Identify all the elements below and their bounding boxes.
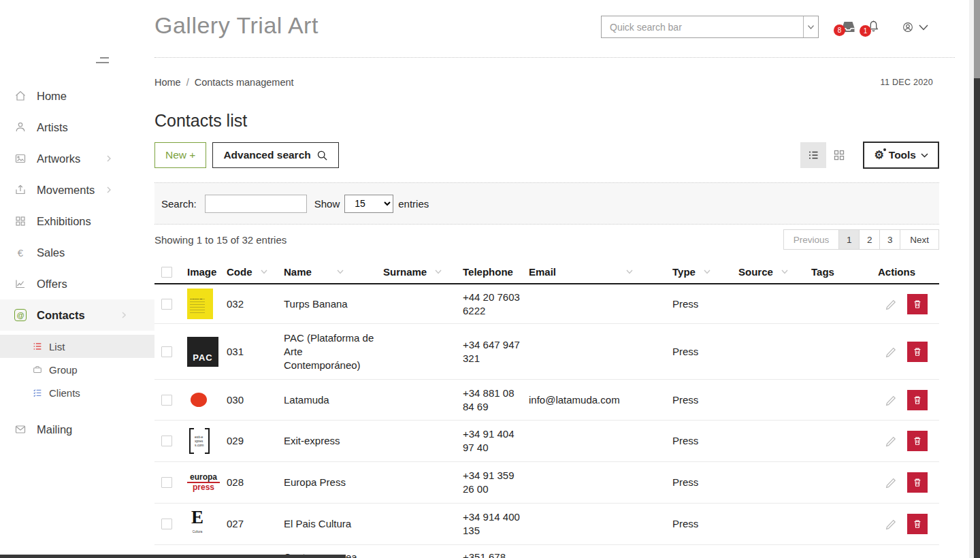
select-all-checkbox[interactable]: [161, 267, 172, 278]
row-checkbox[interactable]: [161, 519, 172, 529]
row-checkbox[interactable]: [161, 395, 172, 406]
show-label: Show: [314, 198, 340, 210]
breadcrumb-row: Home / Contacts management 11 DEC 2020: [154, 76, 980, 89]
sidebar-item-mailing[interactable]: Mailing: [0, 414, 154, 445]
app-title: Gallery Trial Art: [154, 12, 318, 39]
delete-button[interactable]: [907, 431, 928, 451]
list-view-toggle[interactable]: [800, 142, 826, 168]
cell-surname: [376, 284, 456, 323]
user-account-icon[interactable]: [902, 21, 914, 33]
sidebar-item-contacts[interactable]: @ Contacts: [0, 299, 154, 331]
submenu-item-label: Group: [49, 364, 78, 376]
cell-surname: [376, 324, 456, 379]
user-menu-chevron-icon[interactable]: [919, 24, 928, 31]
sidebar-item-label: Contacts: [37, 309, 85, 322]
column-code[interactable]: Code: [220, 266, 277, 278]
column-email[interactable]: Email: [522, 266, 666, 278]
pagination: Previous 1 2 3 Next: [783, 229, 939, 250]
row-checkbox[interactable]: [161, 299, 172, 310]
edit-pencil-icon[interactable]: [885, 435, 897, 447]
cell-tags: [804, 462, 871, 503]
breadcrumb-home-link[interactable]: Home: [154, 77, 181, 88]
search-icon: [316, 150, 328, 161]
edit-pencil-icon[interactable]: [885, 476, 897, 489]
sidebar-item-label: Artists: [37, 121, 68, 134]
column-name[interactable]: Name: [277, 266, 376, 278]
pagination-next[interactable]: Next: [900, 229, 939, 250]
column-type[interactable]: Type: [666, 266, 732, 278]
cell-telephone: +34 881 08 84 69: [456, 380, 522, 420]
sidebar-item-artists[interactable]: Artists: [0, 112, 154, 143]
delete-button[interactable]: [907, 472, 928, 493]
pagination-page-3[interactable]: 3: [879, 229, 900, 250]
sidebar-item-sales[interactable]: € Sales: [0, 237, 154, 268]
edit-pencil-icon[interactable]: [885, 394, 897, 406]
delete-button[interactable]: [907, 342, 928, 362]
submenu-item-label: List: [49, 341, 65, 352]
sort-chevron-icon: [704, 269, 710, 274]
grid-view-toggle[interactable]: [826, 142, 852, 168]
pagination-page-2[interactable]: 2: [859, 229, 880, 250]
list-view-icon: [806, 148, 820, 162]
tools-button[interactable]: ⚙ Tools: [863, 142, 939, 169]
entries-label: entries: [398, 198, 429, 210]
sidebar-collapse-icon[interactable]: [96, 57, 109, 63]
horizontal-scrollbar-thumb[interactable]: [0, 555, 346, 558]
contacts-at-icon: @: [14, 309, 27, 321]
submenu-item-group[interactable]: Group: [0, 358, 154, 381]
advanced-search-button[interactable]: Advanced search: [212, 142, 338, 168]
row-checkbox[interactable]: [161, 477, 172, 488]
delete-button[interactable]: [907, 390, 928, 410]
vertical-scrollbar[interactable]: [969, 0, 980, 558]
notifications-bell-icon[interactable]: 1: [866, 18, 881, 34]
sort-chevron-icon: [626, 269, 633, 274]
cell-tags: [804, 421, 871, 461]
column-surname[interactable]: Surname: [376, 266, 456, 278]
edit-pencil-icon[interactable]: [885, 298, 897, 310]
sidebar-item-label: Exhibitions: [37, 215, 91, 228]
row-checkbox[interactable]: [161, 436, 172, 446]
sidebar-item-offers[interactable]: Offers: [0, 268, 154, 299]
cell-type: Press: [666, 324, 732, 379]
cell-email: [522, 421, 666, 461]
edit-pencil-icon[interactable]: [885, 346, 897, 358]
cell-email: info@latamuda.com: [522, 380, 666, 420]
table-search-input[interactable]: [205, 195, 307, 213]
row-checkbox[interactable]: [161, 346, 172, 357]
sidebar-item-exhibitions[interactable]: Exhibitions: [0, 206, 154, 237]
quick-search-caret[interactable]: [803, 16, 818, 37]
pagination-page-1[interactable]: 1: [838, 229, 860, 250]
sidebar-item-artworks[interactable]: Artworks: [0, 143, 154, 174]
edit-pencil-icon[interactable]: [885, 518, 897, 530]
contact-logo-latamuda: [191, 393, 207, 407]
delete-button[interactable]: [907, 514, 928, 534]
table-row: E Cultura 027 El Pais Cultura +34 914 40…: [154, 504, 939, 545]
sort-chevron-icon: [261, 269, 267, 274]
cell-surname: [376, 545, 456, 558]
cell-surname: [376, 504, 456, 544]
sidebar-item-home[interactable]: Home: [0, 80, 154, 112]
column-source[interactable]: Source: [732, 266, 804, 278]
new-contact-button[interactable]: New +: [154, 142, 206, 168]
clients-icon: [31, 387, 44, 398]
cell-surname: [376, 380, 456, 420]
cell-telephone: +44 20 7603 6222: [456, 284, 522, 323]
cell-tags: [804, 284, 871, 323]
contact-logo-exit-express: exit-express.com: [189, 428, 210, 454]
table-row: PAC 031 PAC (Plataforma de Arte Contempo…: [154, 324, 939, 380]
cell-source: [732, 504, 804, 544]
vertical-scrollbar-thumb[interactable]: [974, 78, 980, 558]
submenu-item-list[interactable]: List: [0, 335, 154, 358]
cell-source: [732, 324, 804, 379]
sidebar: Home Artists Artworks Movements: [0, 0, 154, 558]
pagination-previous[interactable]: Previous: [783, 229, 840, 250]
submenu-item-clients[interactable]: Clients: [0, 381, 154, 404]
quick-search-input[interactable]: [602, 16, 803, 37]
inbox-icon[interactable]: 8: [840, 20, 856, 33]
cell-email: [522, 324, 666, 379]
page-size-select[interactable]: 15: [344, 195, 393, 213]
delete-button[interactable]: [907, 294, 928, 314]
sidebar-item-movements[interactable]: Movements: [0, 174, 154, 206]
cell-source: [732, 421, 804, 461]
breadcrumb-separator: /: [186, 77, 189, 88]
